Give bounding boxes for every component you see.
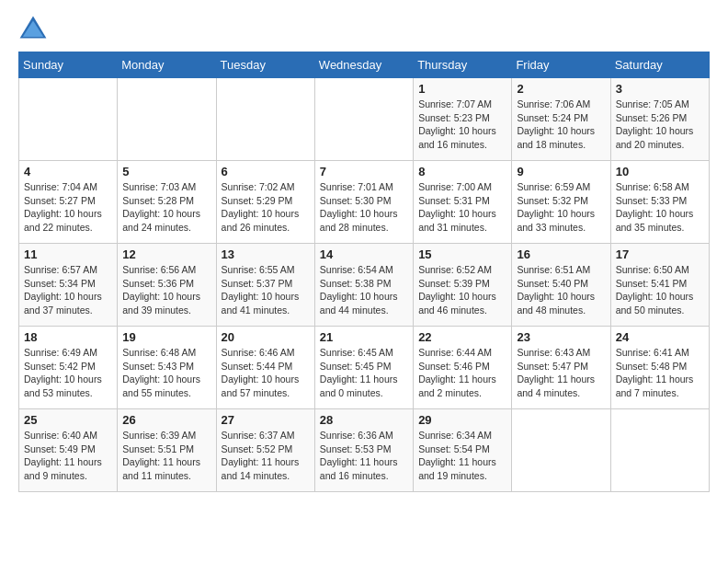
day-number: 13 xyxy=(222,247,310,261)
cell-info: Sunrise: 7:07 AMSunset: 5:23 PMDaylight:… xyxy=(418,98,506,152)
day-number: 25 xyxy=(24,413,112,427)
cell-info: Sunrise: 6:55 AMSunset: 5:37 PMDaylight:… xyxy=(222,263,310,317)
cell-info: Sunrise: 6:34 AMSunset: 5:54 PMDaylight:… xyxy=(418,429,506,483)
calendar-cell: 29Sunrise: 6:34 AMSunset: 5:54 PMDayligh… xyxy=(414,409,512,492)
week-row-5: 25Sunrise: 6:40 AMSunset: 5:49 PMDayligh… xyxy=(19,409,710,492)
cell-info: Sunrise: 6:51 AMSunset: 5:40 PMDaylight:… xyxy=(517,263,605,317)
day-number: 22 xyxy=(418,330,506,344)
day-number: 12 xyxy=(122,247,210,261)
cell-info: Sunrise: 6:52 AMSunset: 5:39 PMDaylight:… xyxy=(418,263,506,317)
calendar-cell xyxy=(610,409,709,492)
weekday-header-saturday: Saturday xyxy=(610,52,709,78)
calendar-cell: 22Sunrise: 6:44 AMSunset: 5:46 PMDayligh… xyxy=(414,327,512,409)
day-number: 29 xyxy=(418,413,506,427)
calendar-cell: 12Sunrise: 6:56 AMSunset: 5:36 PMDayligh… xyxy=(118,244,216,327)
day-number: 16 xyxy=(517,247,605,261)
calendar-cell: 10Sunrise: 6:58 AMSunset: 5:33 PMDayligh… xyxy=(610,161,709,244)
week-row-2: 4Sunrise: 7:04 AMSunset: 5:27 PMDaylight… xyxy=(19,161,710,244)
week-row-3: 11Sunrise: 6:57 AMSunset: 5:34 PMDayligh… xyxy=(19,244,710,327)
logo xyxy=(18,15,51,44)
day-number: 24 xyxy=(616,330,704,344)
cell-info: Sunrise: 6:40 AMSunset: 5:49 PMDaylight:… xyxy=(24,429,112,483)
weekday-header-wednesday: Wednesday xyxy=(314,52,413,78)
calendar-cell xyxy=(216,78,314,161)
cell-info: Sunrise: 6:58 AMSunset: 5:33 PMDaylight:… xyxy=(616,180,704,235)
calendar-cell xyxy=(314,78,413,161)
calendar-cell: 3Sunrise: 7:05 AMSunset: 5:26 PMDaylight… xyxy=(610,78,709,161)
calendar-table: SundayMondayTuesdayWednesdayThursdayFrid… xyxy=(18,52,710,492)
day-number: 15 xyxy=(418,247,506,261)
day-number: 3 xyxy=(616,82,704,96)
cell-info: Sunrise: 6:57 AMSunset: 5:34 PMDaylight:… xyxy=(24,263,112,317)
cell-info: Sunrise: 6:54 AMSunset: 5:38 PMDaylight:… xyxy=(320,263,408,317)
cell-info: Sunrise: 7:06 AMSunset: 5:24 PMDaylight:… xyxy=(517,98,605,152)
calendar-cell: 1Sunrise: 7:07 AMSunset: 5:23 PMDaylight… xyxy=(414,78,512,161)
calendar-cell: 11Sunrise: 6:57 AMSunset: 5:34 PMDayligh… xyxy=(19,244,118,327)
day-number: 14 xyxy=(320,247,408,261)
cell-info: Sunrise: 6:50 AMSunset: 5:41 PMDaylight:… xyxy=(616,263,704,317)
calendar-cell: 2Sunrise: 7:06 AMSunset: 5:24 PMDaylight… xyxy=(512,78,610,161)
cell-info: Sunrise: 7:02 AMSunset: 5:29 PMDaylight:… xyxy=(222,180,310,235)
calendar-cell: 16Sunrise: 6:51 AMSunset: 5:40 PMDayligh… xyxy=(512,244,610,327)
calendar-cell: 21Sunrise: 6:45 AMSunset: 5:45 PMDayligh… xyxy=(314,327,413,409)
week-row-1: 1Sunrise: 7:07 AMSunset: 5:23 PMDaylight… xyxy=(19,78,710,161)
cell-info: Sunrise: 6:46 AMSunset: 5:44 PMDaylight:… xyxy=(222,346,310,400)
calendar-cell: 8Sunrise: 7:00 AMSunset: 5:31 PMDaylight… xyxy=(414,161,512,244)
day-number: 11 xyxy=(24,247,112,261)
day-number: 8 xyxy=(418,165,506,178)
cell-info: Sunrise: 7:05 AMSunset: 5:26 PMDaylight:… xyxy=(616,98,704,152)
day-number: 18 xyxy=(24,330,112,344)
calendar-cell: 27Sunrise: 6:37 AMSunset: 5:52 PMDayligh… xyxy=(216,409,314,492)
day-number: 2 xyxy=(517,82,605,96)
calendar-cell: 13Sunrise: 6:55 AMSunset: 5:37 PMDayligh… xyxy=(216,244,314,327)
calendar-cell: 5Sunrise: 7:03 AMSunset: 5:28 PMDaylight… xyxy=(118,161,216,244)
day-number: 17 xyxy=(616,247,704,261)
cell-info: Sunrise: 6:59 AMSunset: 5:32 PMDaylight:… xyxy=(517,180,605,235)
calendar-cell: 24Sunrise: 6:41 AMSunset: 5:48 PMDayligh… xyxy=(610,327,709,409)
day-number: 1 xyxy=(418,82,506,96)
day-number: 7 xyxy=(320,165,408,178)
calendar-cell: 25Sunrise: 6:40 AMSunset: 5:49 PMDayligh… xyxy=(19,409,118,492)
weekday-header-friday: Friday xyxy=(512,52,610,78)
cell-info: Sunrise: 6:48 AMSunset: 5:43 PMDaylight:… xyxy=(122,346,210,400)
day-number: 27 xyxy=(222,413,310,427)
day-number: 10 xyxy=(616,165,704,178)
calendar-cell: 23Sunrise: 6:43 AMSunset: 5:47 PMDayligh… xyxy=(512,327,610,409)
calendar-cell xyxy=(512,409,610,492)
weekday-header-row: SundayMondayTuesdayWednesdayThursdayFrid… xyxy=(19,52,710,78)
day-number: 5 xyxy=(122,165,210,178)
cell-info: Sunrise: 7:03 AMSunset: 5:28 PMDaylight:… xyxy=(122,180,210,235)
cell-info: Sunrise: 6:49 AMSunset: 5:42 PMDaylight:… xyxy=(24,346,112,400)
page-header xyxy=(18,15,710,44)
calendar-cell: 20Sunrise: 6:46 AMSunset: 5:44 PMDayligh… xyxy=(216,327,314,409)
weekday-header-sunday: Sunday xyxy=(19,52,118,78)
calendar-cell: 4Sunrise: 7:04 AMSunset: 5:27 PMDaylight… xyxy=(19,161,118,244)
day-number: 9 xyxy=(517,165,605,178)
day-number: 26 xyxy=(122,413,210,427)
cell-info: Sunrise: 6:45 AMSunset: 5:45 PMDaylight:… xyxy=(320,346,408,400)
cell-info: Sunrise: 6:37 AMSunset: 5:52 PMDaylight:… xyxy=(222,429,310,483)
weekday-header-monday: Monday xyxy=(118,52,216,78)
day-number: 4 xyxy=(24,165,112,178)
logo-icon xyxy=(18,15,48,44)
cell-info: Sunrise: 6:44 AMSunset: 5:46 PMDaylight:… xyxy=(418,346,506,400)
calendar-cell xyxy=(118,78,216,161)
cell-info: Sunrise: 7:01 AMSunset: 5:30 PMDaylight:… xyxy=(320,180,408,235)
cell-info: Sunrise: 6:39 AMSunset: 5:51 PMDaylight:… xyxy=(122,429,210,483)
cell-info: Sunrise: 7:04 AMSunset: 5:27 PMDaylight:… xyxy=(24,180,112,235)
calendar-cell: 6Sunrise: 7:02 AMSunset: 5:29 PMDaylight… xyxy=(216,161,314,244)
cell-info: Sunrise: 6:41 AMSunset: 5:48 PMDaylight:… xyxy=(616,346,704,400)
day-number: 20 xyxy=(222,330,310,344)
cell-info: Sunrise: 7:00 AMSunset: 5:31 PMDaylight:… xyxy=(418,180,506,235)
calendar-cell: 28Sunrise: 6:36 AMSunset: 5:53 PMDayligh… xyxy=(314,409,413,492)
calendar-cell: 26Sunrise: 6:39 AMSunset: 5:51 PMDayligh… xyxy=(118,409,216,492)
cell-info: Sunrise: 6:43 AMSunset: 5:47 PMDaylight:… xyxy=(517,346,605,400)
day-number: 23 xyxy=(517,330,605,344)
day-number: 21 xyxy=(320,330,408,344)
day-number: 19 xyxy=(122,330,210,344)
calendar-cell xyxy=(19,78,118,161)
cell-info: Sunrise: 6:56 AMSunset: 5:36 PMDaylight:… xyxy=(122,263,210,317)
week-row-4: 18Sunrise: 6:49 AMSunset: 5:42 PMDayligh… xyxy=(19,327,710,409)
calendar-cell: 9Sunrise: 6:59 AMSunset: 5:32 PMDaylight… xyxy=(512,161,610,244)
calendar-cell: 19Sunrise: 6:48 AMSunset: 5:43 PMDayligh… xyxy=(118,327,216,409)
